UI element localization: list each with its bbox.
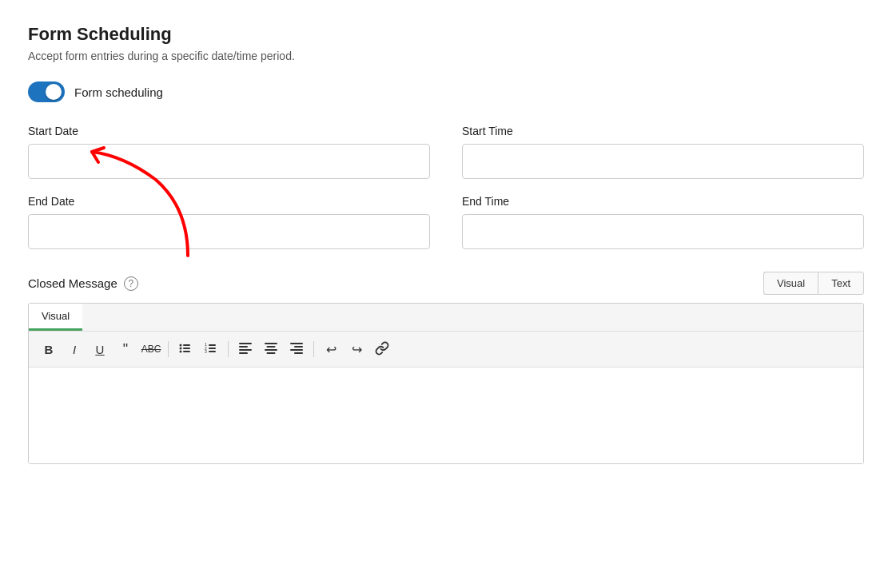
date-time-fields: Start Date Start Time End Date End Time	[28, 125, 864, 249]
rich-text-editor: Visual B I U " ABC	[28, 303, 864, 464]
align-center-icon	[265, 343, 277, 356]
ordered-list-icon: 1 2 3	[205, 342, 217, 357]
editor-content-area[interactable]	[29, 368, 863, 463]
bold-icon: B	[45, 343, 54, 356]
undo-button[interactable]: ↩	[319, 338, 343, 360]
toolbar-divider-3	[313, 341, 314, 357]
redo-button[interactable]: ↪	[344, 338, 368, 360]
svg-rect-13	[239, 346, 248, 348]
italic-icon: I	[73, 343, 76, 356]
underline-button[interactable]: U	[88, 338, 112, 360]
tab-visual-button[interactable]: Visual	[763, 272, 818, 295]
end-time-label: End Time	[462, 195, 864, 208]
start-date-group: Start Date	[28, 125, 430, 179]
svg-rect-15	[239, 352, 248, 354]
svg-rect-20	[290, 343, 303, 344]
start-time-group: Start Time	[462, 125, 864, 179]
start-date-input[interactable]	[28, 144, 430, 179]
italic-button[interactable]: I	[62, 338, 86, 360]
link-icon	[375, 341, 389, 358]
svg-rect-21	[294, 346, 303, 348]
align-left-button[interactable]	[233, 338, 257, 360]
undo-icon: ↩	[326, 342, 336, 357]
editor-tab-visual-button[interactable]: Visual	[29, 304, 82, 331]
editor-tab-bar: Visual	[29, 304, 863, 332]
svg-rect-5	[183, 351, 190, 352]
svg-point-4	[180, 350, 182, 352]
editor-tab-buttons: Visual Text	[763, 272, 864, 295]
unordered-list-button[interactable]	[173, 338, 197, 360]
underline-icon: U	[96, 343, 105, 356]
svg-rect-16	[265, 343, 277, 344]
closed-message-label: Closed Message	[28, 276, 117, 290]
svg-point-2	[180, 347, 182, 349]
end-time-input[interactable]	[462, 214, 864, 249]
strikethrough-button[interactable]: ABC	[139, 338, 163, 360]
start-time-label: Start Time	[462, 125, 864, 137]
start-time-input[interactable]	[462, 144, 864, 179]
svg-rect-7	[209, 344, 216, 346]
unordered-list-icon	[179, 342, 192, 357]
end-date-input[interactable]	[28, 214, 430, 249]
end-time-group: End Time	[462, 195, 864, 249]
ordered-list-button[interactable]: 1 2 3	[199, 338, 223, 360]
end-date-label: End Date	[28, 195, 430, 208]
link-button[interactable]	[370, 338, 394, 360]
svg-rect-19	[267, 352, 276, 354]
svg-rect-3	[183, 348, 190, 349]
svg-point-0	[180, 344, 182, 346]
help-icon[interactable]: ?	[124, 276, 138, 291]
svg-rect-11	[209, 351, 216, 352]
toolbar-divider-1	[168, 341, 169, 357]
align-right-icon	[290, 343, 303, 356]
bold-button[interactable]: B	[37, 338, 61, 360]
page-subtitle: Accept form entries during a specific da…	[28, 50, 864, 62]
align-left-icon	[239, 343, 252, 356]
closed-message-title-row: Closed Message ?	[28, 276, 138, 291]
page-title: Form Scheduling	[28, 24, 864, 45]
svg-rect-9	[209, 348, 216, 349]
editor-toolbar: B I U " ABC	[29, 332, 863, 368]
closed-message-header: Closed Message ? Visual Text	[28, 272, 864, 295]
tab-text-button[interactable]: Text	[818, 272, 864, 295]
toggle-label: Form scheduling	[74, 85, 163, 99]
svg-rect-22	[290, 349, 303, 351]
blockquote-button[interactable]: "	[113, 338, 137, 360]
toggle-slider	[28, 81, 65, 102]
start-date-label: Start Date	[28, 125, 430, 137]
align-right-button[interactable]	[285, 338, 309, 360]
form-scheduling-toggle[interactable]	[28, 81, 65, 102]
strikethrough-icon: ABC	[141, 344, 161, 355]
svg-text:3: 3	[205, 349, 207, 354]
svg-rect-17	[267, 346, 276, 348]
blockquote-icon: "	[123, 341, 128, 358]
svg-rect-1	[183, 344, 190, 346]
end-date-group: End Date	[28, 195, 430, 249]
redo-icon: ↪	[352, 342, 362, 357]
svg-rect-14	[239, 349, 252, 351]
svg-rect-12	[239, 343, 252, 344]
svg-rect-18	[265, 349, 277, 351]
toolbar-divider-2	[228, 341, 229, 357]
svg-rect-23	[294, 352, 303, 354]
form-scheduling-toggle-row: Form scheduling	[28, 81, 864, 102]
align-center-button[interactable]	[259, 338, 283, 360]
